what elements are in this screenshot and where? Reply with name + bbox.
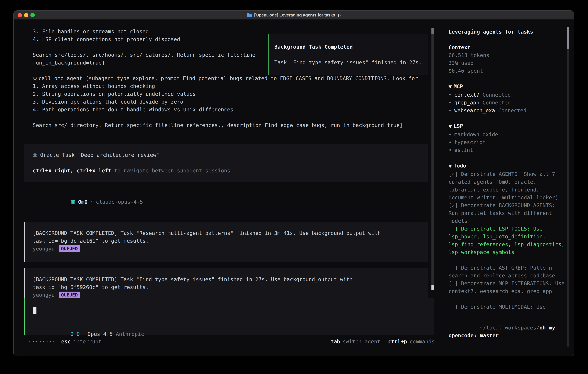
lsp-heading[interactable]: ▼LSP	[449, 122, 567, 130]
mcp-heading[interactable]: ▼MCP	[449, 83, 567, 91]
bullet-icon: •	[449, 139, 452, 145]
todo-section: ▼Todo [✓] Demonstrate AGENTS: Show all 7…	[449, 162, 567, 311]
gear-icon: ⚙	[33, 75, 37, 81]
mcp-section: ▼MCP •context7Connected •grep_appConnect…	[449, 83, 567, 114]
agent-header: ▣OmO·claude-opus-4-5	[24, 190, 428, 213]
lsp-item: •markdown-oxide	[449, 130, 567, 138]
mcp-heading-text: MCP	[454, 83, 463, 89]
oracle-hint-line: ctrl+x right, ctrl+x left to navigate be…	[33, 166, 428, 174]
toast-body: Task "Find type safety issues" finished …	[274, 58, 428, 66]
bullet-icon: •	[449, 92, 452, 98]
agent-name: OmO	[78, 199, 87, 205]
oracle-task-title: Oracle Task "Deep architecture review"	[40, 152, 159, 158]
message-text-line: task_id="bg_6f59260c" to get results.	[33, 283, 428, 291]
tool-call-text: call_omo_agent [subagent_type=explore, p…	[39, 75, 418, 81]
todo-item: [ ] Demonstrate AST-GREP: Pattern search…	[449, 264, 567, 280]
todo-heading-text: Todo	[454, 163, 466, 169]
mcp-status: Connected	[483, 92, 511, 98]
folder-icon	[247, 14, 252, 17]
context-section: Context 66,518 tokens 33% used $0.46 spe…	[449, 43, 567, 75]
tab-key-hint: tab	[331, 338, 340, 345]
session-sidebar: Leveraging agents for tasks Context 66,5…	[443, 20, 574, 356]
todo-item: [✓] Demonstrate BACKGROUND AGENTS: Run p…	[449, 201, 567, 225]
transcript-line: 2. String operations on potentially unde…	[33, 90, 428, 98]
todo-heading[interactable]: ▼Todo	[449, 162, 567, 170]
transcript-line: 1. Array access without bounds checking	[33, 82, 428, 90]
mcp-name: context7	[454, 92, 479, 98]
terminal-window: [OpenCode] Leveraging agents for tasks ◐…	[14, 11, 574, 356]
context-tokens: 66,518 tokens	[449, 51, 567, 59]
sidebar-scrollbar[interactable]	[567, 27, 569, 346]
todo-item: [ ] Demonstrate LSP TOOLS: Use lsp_hover…	[449, 225, 567, 256]
oracle-task-panel[interactable]: ◉Oracle Task "Deep architecture review" …	[24, 144, 428, 182]
mcp-status: Connected	[498, 107, 526, 113]
prompt-input[interactable]: OmOOpus 4.5Anthropic	[24, 298, 434, 335]
todo-item: [ ] Demonstrate MULTIMODAL: Use	[449, 303, 567, 311]
bullet-icon: •	[449, 107, 452, 113]
background-task-message[interactable]: [BACKGROUND TASK COMPLETED] Task "Resear…	[24, 222, 428, 262]
background-task-toast[interactable]: Background Task Completed Task "Find typ…	[268, 34, 428, 75]
record-icon: ◉	[33, 152, 37, 158]
scrollbar-thumb-bottom[interactable]	[431, 285, 434, 290]
status-right: tab switch agent ctrl+p commands	[331, 338, 435, 345]
transcript-pane: 3. File handles or streams not closed 4.…	[14, 20, 437, 356]
queued-badge: QUEUED	[59, 291, 80, 298]
lsp-section: ▼LSP •markdown-oxide •typescript •eslint	[449, 122, 567, 154]
context-heading: Context	[449, 43, 567, 51]
scrollbar-thumb-top[interactable]	[431, 28, 434, 34]
active-model-label: Opus 4.5	[87, 331, 113, 337]
context-used: 33% used	[449, 59, 567, 67]
minimize-window-button[interactable]	[24, 13, 28, 17]
bullet-icon: •	[449, 100, 452, 105]
lsp-name: markdown-oxide	[454, 131, 498, 137]
chevron-down-icon: ▼	[449, 84, 452, 89]
mcp-name: websearch_exa	[454, 107, 495, 113]
lsp-heading-text: LSP	[454, 123, 463, 129]
status-bar: ········ esc interrupt tab switch agent …	[24, 338, 435, 345]
esc-action-label: interrupt	[73, 338, 101, 345]
transcript-scrollbar[interactable]	[431, 28, 434, 290]
window-titlebar[interactable]: [OpenCode] Leveraging agents for tasks ◐	[14, 11, 574, 20]
bullet-icon: •	[449, 131, 452, 137]
active-agent-label: OmO	[70, 331, 80, 337]
mcp-item: •websearch_exaConnected	[449, 106, 567, 114]
oracle-hint-text: to navigate between subagent sessions	[111, 167, 230, 174]
window-title: [OpenCode] Leveraging agents for tasks ◐	[247, 11, 341, 19]
message-meta: yeongyu QUEUED	[33, 245, 428, 252]
todo-item: [ ] Demonstrate MCP INTEGRATIONS: Use co…	[449, 280, 567, 295]
lsp-name: eslint	[454, 147, 473, 153]
sidebar-scrollbar-thumb[interactable]	[567, 27, 569, 49]
transcript-line: Search src/ directory. Return specific f…	[33, 121, 428, 129]
bullet-icon: •	[449, 147, 452, 153]
spacer-line	[274, 51, 428, 58]
chevron-down-icon: ▼	[449, 163, 452, 169]
half-circle-icon: ◐	[337, 11, 341, 19]
transcript-line: 4. Path operations that don't handle Win…	[33, 105, 428, 113]
oracle-task-title-line: ◉Oracle Task "Deep architecture review"	[33, 151, 428, 159]
mcp-item: •grep_appConnected	[449, 99, 567, 106]
app-version: •OpenCode1.0.163	[449, 355, 567, 356]
lsp-item: •typescript	[449, 138, 567, 146]
close-window-button[interactable]	[18, 13, 22, 17]
message-text-line: [BACKGROUND TASK COMPLETED] Task "Find t…	[33, 275, 428, 283]
activity-spinner: ········	[28, 338, 56, 345]
agent-square-icon: ▣	[70, 199, 75, 205]
separator-dot: ·	[90, 199, 93, 205]
message-text-line: task_id="bg_dcfac161" to get results.	[33, 237, 428, 245]
provider-label: Anthropic	[116, 331, 144, 337]
zoom-window-button[interactable]	[30, 13, 35, 17]
mcp-name: grep_app	[454, 100, 479, 105]
agent-model: claude-opus-4-5	[96, 199, 143, 205]
spacer-line	[33, 113, 428, 121]
mcp-status: Connected	[483, 100, 511, 105]
chevron-down-icon: ▼	[449, 124, 452, 129]
oracle-hint-keys: ctrl+x right, ctrl+x left	[33, 167, 111, 174]
queued-badge: QUEUED	[59, 245, 80, 252]
session-title: Leveraging agents for tasks	[449, 28, 567, 36]
tab-action-label: switch agent	[343, 338, 380, 345]
esc-key-hint: esc	[61, 338, 71, 345]
desktop: [OpenCode] Leveraging agents for tasks ◐…	[0, 0, 588, 374]
context-spent: $0.46 spent	[449, 67, 567, 75]
lsp-name: typescript	[454, 139, 486, 145]
transcript-line: 3. Division operations that could divide…	[33, 98, 428, 105]
